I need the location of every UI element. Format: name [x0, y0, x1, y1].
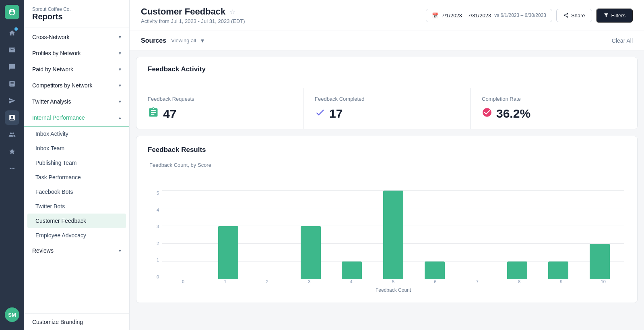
y-axis-label: 4	[149, 208, 159, 212]
feedback-requests-stat: Feedback Requests 47	[136, 88, 303, 129]
nav-facebook-bots[interactable]: Facebook Bots	[24, 185, 129, 199]
x-axis-label: 8	[498, 279, 540, 284]
star-icon[interactable]: ☆	[229, 8, 235, 16]
nav-paid-by-network[interactable]: Paid by Network ▾	[24, 61, 129, 77]
x-axis-label: 6	[414, 279, 456, 284]
nav-section-top: Cross-Network ▾ Profiles by Network ▾ Pa…	[24, 27, 129, 260]
bar-group	[538, 191, 579, 279]
nav-twitter-analysis[interactable]: Twitter Analysis ▾	[24, 93, 129, 110]
sources-chevron-icon[interactable]: ▾	[201, 37, 204, 44]
x-axis-label: 1	[204, 279, 246, 284]
y-axis-label: 3	[149, 224, 159, 229]
vs-date-range: vs 6/1/2023 – 6/30/2023	[494, 12, 546, 18]
y-axis-label: 0	[149, 274, 159, 279]
completed-value-row: 17	[315, 107, 459, 120]
bar[interactable]	[383, 191, 403, 279]
y-axis-label: 1	[149, 257, 159, 262]
x-axis-label: 2	[246, 279, 288, 284]
bar-group	[208, 191, 249, 279]
content-area: Sources Viewing all ▾ Clear All Feedback…	[130, 31, 644, 330]
page-subtitle: Activity from Jul 1, 2023 - Jul 31, 2023…	[141, 18, 245, 24]
feedback-results-card: Feedback Results Feedback Count, by Scor…	[136, 136, 638, 303]
feedback-results-title: Feedback Results	[148, 146, 626, 154]
feedback-activity-title: Feedback Activity	[148, 65, 626, 73]
completed-value: 17	[329, 107, 343, 120]
bar[interactable]	[590, 244, 610, 279]
nav-task-performance[interactable]: Task Performance	[24, 170, 129, 185]
x-axis-label: 5	[372, 279, 414, 284]
bars-row	[162, 191, 624, 279]
completion-icon	[482, 107, 492, 120]
nav-icon-messages[interactable]	[5, 60, 19, 74]
bar[interactable]	[548, 262, 568, 279]
nav-cross-network[interactable]: Cross-Network ▾	[24, 29, 129, 45]
left-nav: Sprout Coffee Co. Reports Cross-Network …	[24, 0, 130, 330]
nav-icon-reports[interactable]	[5, 110, 19, 125]
bar-group	[290, 191, 332, 279]
calendar-icon: 📅	[432, 12, 438, 19]
x-axis-label: 0	[162, 279, 204, 284]
bar-group	[496, 191, 538, 279]
requests-value: 47	[163, 107, 176, 121]
bar-group	[579, 191, 620, 279]
app-logo[interactable]	[5, 5, 19, 19]
chart-area: Feedback Count, by Score 012345 01234567…	[148, 162, 626, 293]
bar-group	[414, 191, 455, 279]
bar-group	[249, 191, 290, 279]
nav-publishing-team[interactable]: Publishing Team	[24, 156, 129, 170]
page-title-area: Customer Feedback ☆ Activity from Jul 1,…	[141, 6, 245, 24]
clipboard-icon	[148, 107, 159, 121]
x-labels-row: 012345678910	[162, 279, 624, 284]
icon-sidebar: SM	[0, 0, 24, 330]
bar[interactable]	[218, 226, 238, 279]
sources-sub: Viewing all	[171, 37, 196, 44]
x-axis-label: 3	[288, 279, 330, 284]
date-range-button[interactable]: 📅 7/1/2023 – 7/31/2023 vs 6/1/2023 – 6/3…	[426, 9, 552, 22]
completion-rate-stat: Completion Rate 36.2%	[471, 88, 637, 129]
nav-employee-advocacy[interactable]: Employee Advocacy	[24, 228, 129, 243]
chart-container: 012345	[149, 174, 624, 279]
y-axis-label: 5	[149, 191, 159, 195]
rate-value: 36.2%	[496, 107, 530, 120]
clear-all-button[interactable]: Clear All	[612, 37, 633, 44]
card-header: Feedback Activity	[136, 57, 637, 88]
checkmark-icon	[315, 107, 325, 120]
feedback-activity-card: Feedback Activity Feedback Requests 47 F…	[136, 57, 638, 129]
nav-icon-advocacy[interactable]	[5, 144, 19, 159]
bar[interactable]	[425, 262, 445, 279]
chevron-down-icon: ▾	[119, 99, 121, 104]
nav-profiles-by-network[interactable]: Profiles by Network ▾	[24, 45, 129, 61]
feedback-stats: Feedback Requests 47 Feedback Completed	[136, 88, 637, 129]
nav-internal-performance[interactable]: Internal Performance ▴	[24, 110, 129, 127]
nav-inbox-activity[interactable]: Inbox Activity	[24, 127, 129, 141]
nav-icon-inbox[interactable]	[5, 43, 19, 57]
bar[interactable]	[342, 262, 362, 279]
share-button[interactable]: Share	[556, 9, 592, 22]
nav-icon-tasks[interactable]	[5, 77, 19, 91]
x-axis-label: 7	[456, 279, 498, 284]
nav-icon-home[interactable]	[5, 26, 19, 40]
nav-inbox-team[interactable]: Inbox Team	[24, 141, 129, 156]
nav-icon-more[interactable]	[5, 161, 19, 176]
rate-label: Completion Rate	[482, 96, 626, 102]
user-avatar[interactable]: SM	[5, 307, 19, 322]
nav-icon-publish[interactable]	[5, 93, 19, 108]
share-icon	[563, 12, 569, 18]
chevron-down-icon: ▾	[119, 83, 121, 88]
nav-customize-branding[interactable]: Customize Branding	[24, 313, 129, 330]
header-actions: 📅 7/1/2023 – 7/31/2023 vs 6/1/2023 – 6/3…	[426, 8, 633, 23]
nav-reviews[interactable]: Reviews ▾	[24, 243, 129, 259]
company-name: Sprout Coffee Co.	[32, 6, 121, 12]
sources-label: Sources	[141, 37, 166, 44]
filters-button[interactable]: Filters	[596, 8, 633, 23]
x-axis-label: 9	[540, 279, 582, 284]
nav-icon-people[interactable]	[5, 127, 19, 142]
nav-twitter-bots[interactable]: Twitter Bots	[24, 199, 129, 214]
chart-wrapper: 012345 012345678910 Feedback Count	[149, 174, 624, 293]
nav-competitors-by-network[interactable]: Competitors by Network ▾	[24, 77, 129, 93]
bar[interactable]	[301, 226, 321, 279]
bar[interactable]	[507, 262, 527, 279]
nav-customer-feedback[interactable]: Customer Feedback	[27, 214, 126, 228]
bar-group	[331, 191, 373, 279]
bar-group	[373, 191, 414, 279]
